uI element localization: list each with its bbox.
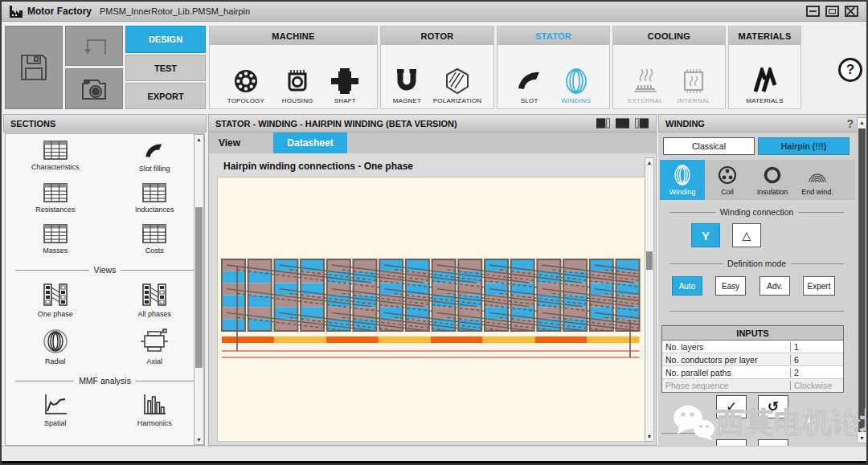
help-button[interactable]: ? — [838, 58, 862, 82]
external-cooling-button[interactable]: EXTERNAL — [628, 67, 663, 104]
export-mode-button[interactable]: EXPORT — [125, 83, 206, 109]
tab-datasheet[interactable]: Datasheet — [273, 133, 347, 153]
section-label: Costs — [145, 247, 164, 255]
maximize-button[interactable] — [825, 6, 839, 17]
magnet-button[interactable]: MAGNET — [393, 67, 421, 104]
section-resistances[interactable]: Resistances — [15, 183, 96, 214]
table-row[interactable]: No. conductors per layer 6 — [662, 353, 843, 366]
winding-button[interactable]: WINDING — [561, 67, 591, 104]
main-panel-title: STATOR - WINDING - HAIRPIN WINDING (BETA… — [208, 114, 657, 133]
row-value[interactable]: 1 — [790, 342, 843, 352]
subtab-winding[interactable]: Winding — [660, 160, 705, 200]
group-materials: MATERIALS MATERIALS — [728, 26, 801, 109]
polarization-button[interactable]: POLARIZATION — [433, 67, 481, 104]
scroll-down-icon[interactable]: ▼ — [645, 433, 653, 440]
mode-divider: Definition mode — [669, 259, 844, 268]
table-row[interactable]: No. layers 1 — [662, 341, 843, 353]
design-mode-button[interactable]: DESIGN — [125, 26, 206, 53]
table-row[interactable]: No. parallel paths 2 — [662, 366, 843, 379]
scroll-up-icon[interactable]: ▲ — [645, 159, 653, 166]
group-rotor: ROTOR MAGNET POLARIZATION — [380, 26, 494, 109]
sections-scrollbar[interactable]: ▲ ▼ — [194, 134, 204, 445]
mmf-harmonics[interactable]: Harmonics — [114, 394, 194, 427]
endwind-tab-icon — [807, 165, 828, 186]
mode-adv-button[interactable]: Adv. — [760, 276, 790, 296]
classical-type-button[interactable]: Classical — [663, 137, 755, 155]
winding-title-text: WINDING — [665, 119, 705, 128]
mode-auto-button[interactable]: Auto — [672, 276, 702, 296]
scroll-down-icon[interactable]: ▼ — [858, 434, 866, 442]
scrollbar-thumb[interactable] — [195, 207, 203, 368]
scrollbar-thumb[interactable] — [858, 128, 866, 432]
winding-label: WINDING — [561, 97, 591, 104]
housing-button[interactable]: HOUSING — [282, 67, 313, 104]
mode-easy-button[interactable]: Easy — [715, 276, 746, 296]
scroll-down-icon[interactable]: ▼ — [194, 436, 203, 443]
shaft-button[interactable]: SHAFT — [330, 67, 359, 104]
section-slot-filling[interactable]: Slot filling — [114, 141, 194, 173]
group-stator: STATOR SLOT WINDING — [497, 26, 610, 109]
status-strip — [2, 446, 866, 461]
section-label: Slot filling — [139, 165, 170, 173]
shaft-icon — [330, 67, 359, 95]
winding-scrollbar[interactable]: ▲ ▼ — [857, 117, 867, 443]
materials-button[interactable]: MATERIALS — [746, 67, 784, 104]
reset-button[interactable]: ↺ — [758, 395, 788, 418]
subtab-endwind[interactable]: End wind. — [795, 160, 840, 200]
table-icon — [43, 141, 68, 160]
layout-full-icon[interactable] — [616, 118, 629, 128]
undo-button[interactable] — [65, 26, 123, 66]
save-button[interactable] — [5, 26, 63, 109]
harmonics-icon — [141, 394, 167, 416]
save-icon — [18, 52, 49, 83]
section-masses[interactable]: Masses — [15, 224, 96, 255]
subtab-label: Insulation — [757, 188, 788, 196]
row-value[interactable]: 6 — [790, 355, 843, 365]
scroll-up-icon[interactable]: ▲ — [194, 136, 203, 143]
mode-expert-button[interactable]: Expert — [803, 276, 835, 296]
scroll-up-icon[interactable]: ▲ — [858, 119, 866, 126]
slot-button[interactable]: SLOT — [516, 67, 543, 104]
view-axial[interactable]: Axial — [114, 328, 194, 365]
layout-right-icon[interactable] — [635, 118, 649, 128]
layout-toggle-icons — [596, 118, 649, 128]
one-phase-icon — [42, 283, 69, 307]
row-value[interactable]: 2 — [790, 368, 843, 377]
test-mode-button[interactable]: TEST — [125, 55, 206, 81]
section-label: Masses — [43, 247, 68, 255]
view-all-phases[interactable]: All phases — [114, 283, 194, 318]
undo-icon — [76, 33, 112, 59]
materials-icon — [751, 67, 779, 95]
hairpin-type-button[interactable]: Hairpin (!!!) — [758, 137, 850, 155]
subtab-insulation[interactable]: Insulation — [750, 160, 795, 200]
section-characteristics[interactable]: Characteristics — [15, 141, 96, 173]
subtab-label: End wind. — [801, 188, 833, 196]
tab-view[interactable]: View — [209, 133, 273, 153]
topology-button[interactable]: TOPOLOGY — [227, 67, 264, 104]
wye-connection-button[interactable]: Y — [691, 223, 720, 247]
apply-button[interactable]: ✓ — [716, 395, 747, 418]
delta-connection-button[interactable]: △ — [732, 223, 761, 247]
scrollbar-thumb[interactable] — [646, 251, 653, 270]
view-label: Axial — [146, 357, 162, 365]
view-radial[interactable]: Radial — [15, 328, 96, 365]
section-inductances[interactable]: Inductances — [114, 183, 194, 214]
subtab-coil[interactable]: Coil — [705, 160, 750, 200]
partial-button[interactable] — [716, 439, 747, 446]
section-costs[interactable]: Costs — [114, 224, 194, 255]
screenshot-button[interactable] — [65, 68, 123, 109]
winding-help-icon[interactable]: ? — [846, 117, 854, 130]
view-one-phase[interactable]: One phase — [15, 283, 96, 318]
minimize-button[interactable] — [806, 6, 820, 17]
view-label: One phase — [38, 310, 73, 318]
partial-button[interactable] — [758, 439, 788, 446]
polarization-label: POLARIZATION — [433, 97, 481, 104]
diagram-scrollbar[interactable]: ▲ ▼ — [645, 157, 654, 442]
layout-left-icon[interactable] — [596, 118, 610, 128]
group-machine: MACHINE TOPOLOGY — [209, 26, 378, 109]
mmf-spatial[interactable]: Spatial — [15, 394, 96, 427]
internal-cooling-button[interactable]: INTERNAL — [678, 67, 710, 104]
housing-label: HOUSING — [282, 97, 313, 104]
sections-title: SECTIONS — [3, 114, 207, 133]
close-button[interactable] — [845, 6, 858, 17]
